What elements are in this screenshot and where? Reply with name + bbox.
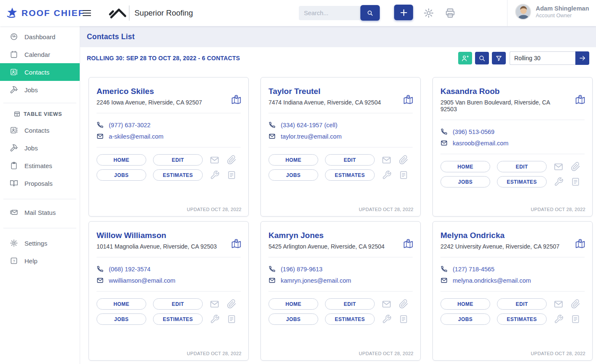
jobs-button[interactable]: JOBS (97, 313, 146, 325)
send-mail-button[interactable] (553, 299, 564, 309)
tools-button[interactable] (553, 314, 564, 324)
sidebar-item-table-contacts[interactable]: Contacts (0, 121, 80, 139)
tools-button[interactable] (209, 314, 220, 324)
email-icon (97, 133, 104, 140)
contact-phone-link[interactable]: (334) 624-1957 (cell) (281, 122, 338, 128)
edit-button[interactable]: EDIT (153, 154, 203, 166)
attachments-button[interactable] (398, 299, 408, 309)
contact-phone-link[interactable]: (396) 513-0569 (453, 128, 494, 135)
search-contacts-button[interactable] (475, 52, 489, 64)
contact-name-link[interactable]: Willow Williamson (97, 231, 241, 240)
sidebar-item-settings[interactable]: Settings (0, 234, 80, 252)
estimates-button[interactable]: ESTIMATES (325, 169, 375, 181)
estimates-button[interactable]: ESTIMATES (153, 169, 203, 181)
contact-phone-link[interactable]: (196) 879-9613 (281, 266, 322, 273)
contact-email-link[interactable]: kasroob@email.com (453, 140, 508, 147)
sidebar-item-contacts[interactable]: Contacts (0, 63, 80, 81)
attachments-button[interactable] (226, 299, 236, 309)
tools-button[interactable] (209, 170, 220, 180)
search-button[interactable] (360, 5, 380, 21)
edit-button[interactable]: EDIT (325, 154, 375, 166)
sidebar-item-table-jobs[interactable]: Jobs (0, 139, 80, 157)
app-logo[interactable]: ROOF CHIEF (6, 0, 85, 26)
send-mail-button[interactable] (209, 155, 220, 165)
send-mail-button[interactable] (381, 299, 392, 309)
notes-button[interactable] (398, 170, 408, 180)
sidebar-item-help[interactable]: ? Help (0, 252, 80, 270)
notes-button[interactable] (226, 314, 236, 324)
map-button[interactable] (403, 94, 413, 105)
sidebar-item-estimates[interactable]: Estimates (0, 157, 80, 174)
date-range-input[interactable] (510, 51, 575, 65)
contact-phone-link[interactable]: (977) 637-3022 (109, 122, 150, 128)
contact-name-link[interactable]: Kamryn Jones (268, 231, 413, 240)
contact-phone-link[interactable]: (127) 718-4565 (453, 266, 494, 273)
contact-name-link[interactable]: Taylor Treutel (268, 87, 413, 96)
home-button[interactable]: HOME (97, 154, 146, 166)
add-new-button[interactable] (394, 5, 413, 20)
map-button[interactable] (403, 238, 413, 249)
jobs-button[interactable]: JOBS (97, 169, 146, 181)
filter-button[interactable] (492, 52, 506, 64)
home-button[interactable]: HOME (440, 161, 490, 172)
jobs-button[interactable]: JOBS (440, 176, 490, 187)
contact-email-link[interactable]: wwilliamson@email.com (109, 277, 175, 284)
home-button[interactable]: HOME (268, 154, 318, 166)
estimates-button[interactable]: ESTIMATES (497, 176, 547, 187)
attachments-button[interactable] (570, 162, 580, 172)
apply-filter-button[interactable] (575, 51, 589, 65)
home-button[interactable]: HOME (268, 298, 318, 310)
send-mail-button[interactable] (381, 155, 392, 165)
notes-button[interactable] (570, 177, 580, 187)
sidebar-item-calendar[interactable]: Calendar (0, 46, 80, 63)
contact-name-link[interactable]: Americo Skiles (97, 87, 241, 96)
tools-button[interactable] (381, 170, 392, 180)
attachments-button[interactable] (226, 155, 236, 165)
contact-name-link[interactable]: Melyna Ondricka (440, 231, 585, 240)
map-button[interactable] (231, 94, 242, 105)
edit-button[interactable]: EDIT (497, 161, 547, 172)
contact-name-link[interactable]: Kasandra Roob (440, 87, 585, 96)
map-button[interactable] (231, 238, 242, 249)
sidebar-item-jobs[interactable]: Jobs (0, 81, 80, 99)
notes-button[interactable] (570, 314, 580, 324)
send-mail-button[interactable] (553, 162, 564, 172)
edit-button[interactable]: EDIT (497, 298, 547, 310)
contact-phone-link[interactable]: (068) 192-3574 (109, 266, 150, 273)
tools-button[interactable] (381, 314, 392, 324)
menu-toggle-button[interactable] (83, 8, 92, 18)
map-pin-icon (403, 238, 413, 249)
user-menu[interactable]: Adam Shingleman Account Owner (515, 4, 589, 20)
tools-button[interactable] (553, 177, 564, 187)
estimates-button[interactable]: ESTIMATES (153, 313, 203, 325)
send-mail-button[interactable] (209, 299, 220, 309)
jobs-button[interactable]: JOBS (268, 169, 318, 181)
add-contact-button[interactable] (458, 52, 472, 64)
contact-email-link[interactable]: melyna.ondricks@email.com (453, 277, 531, 284)
sidebar-item-mail-status[interactable]: Mail Status (0, 203, 80, 221)
contact-email-link[interactable]: kamryn.jones@email.com (281, 277, 351, 284)
card-divider (440, 154, 585, 154)
settings-header-button[interactable] (422, 7, 435, 19)
notes-button[interactable] (226, 170, 236, 180)
map-button[interactable] (575, 238, 585, 249)
sidebar-item-dashboard[interactable]: Dashboard (0, 28, 80, 46)
attachments-button[interactable] (570, 299, 580, 309)
estimates-button[interactable]: ESTIMATES (497, 313, 547, 325)
attachments-button[interactable] (398, 155, 408, 165)
map-button[interactable] (575, 94, 585, 105)
notes-button[interactable] (398, 314, 408, 324)
edit-button[interactable]: EDIT (325, 298, 375, 310)
home-button[interactable]: HOME (440, 298, 490, 310)
contact-email-link[interactable]: taylor.treu@email.com (281, 133, 341, 140)
jobs-button[interactable]: JOBS (440, 313, 490, 325)
edit-button[interactable]: EDIT (153, 298, 203, 310)
jobs-button[interactable]: JOBS (268, 313, 318, 325)
search-input[interactable] (299, 6, 361, 20)
sidebar-item-proposals[interactable]: Proposals (0, 174, 80, 192)
contact-info: (396) 513-0569 kasroob@email.com (440, 120, 585, 147)
contact-email-link[interactable]: a-skiles@email.com (109, 133, 164, 140)
print-header-button[interactable] (444, 7, 456, 19)
home-button[interactable]: HOME (97, 298, 146, 310)
estimates-button[interactable]: ESTIMATES (325, 313, 375, 325)
